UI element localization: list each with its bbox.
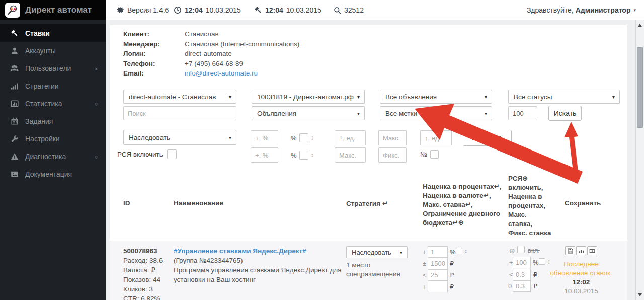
- bar-chart-icon: [579, 248, 584, 254]
- row-rsya-checkbox[interactable]: [517, 246, 525, 253]
- top-header: ДА Директ автомат Версия 1.4.6 12:04 10.…: [0, 0, 644, 20]
- bulk-pm-units-input[interactable]: [335, 130, 366, 145]
- bulk-up-units-input[interactable]: [420, 130, 452, 145]
- search-button[interactable]: Искать: [548, 106, 582, 121]
- scroll-down-arrow-icon[interactable]: [638, 293, 642, 296]
- sidebar-item-accounts[interactable]: Аккаунты: [0, 42, 106, 59]
- scroll-up-arrow-icon[interactable]: [638, 24, 642, 27]
- col-header-markup: Наценка в процентах↵, Наценка в валюте↵,…: [423, 182, 513, 228]
- email-label: Email:: [123, 68, 185, 79]
- ads-filter-select[interactable]: Все объявления▾: [380, 90, 492, 104]
- col-header-save: Сохранить: [565, 199, 601, 207]
- row-strategy-select[interactable]: Наследовать▾: [346, 246, 408, 258]
- bulk-percent-checkbox[interactable]: [299, 133, 308, 142]
- bulk-plus-percent-input[interactable]: [251, 130, 278, 145]
- row-clicks: Кликов: 3: [123, 284, 163, 294]
- bulk-percent-group: % ↕: [291, 130, 314, 145]
- floppy-icon: [568, 248, 573, 254]
- row-id-cell: 500078963 Расход: 38.6 Валюта: ₽ Показов…: [123, 246, 163, 300]
- number-checkbox[interactable]: [430, 150, 439, 159]
- rsya-max-input[interactable]: [513, 269, 531, 280]
- labels-select[interactable]: Все метки▾: [380, 106, 492, 120]
- bid-raise-input[interactable]: [428, 281, 448, 292]
- bid-prefix: 0: [508, 282, 512, 290]
- gavel-icon: [10, 29, 19, 37]
- version-label: Версия 1.4.6: [127, 6, 169, 14]
- login-value: direct-automate: [185, 50, 232, 57]
- clock-icon: [174, 6, 182, 14]
- bid-percent-checkbox[interactable]: [456, 248, 462, 254]
- sidebar-item-label: Ставки: [25, 29, 50, 37]
- sidebar-nav: Ставки Аккаунты Пользователи » Стратегии…: [0, 20, 106, 300]
- percent-label: %: [291, 134, 297, 142]
- bid-max-input[interactable]: [428, 269, 448, 281]
- campaign-select[interactable]: 10031819 - Директ-автомат.рф▾: [252, 90, 365, 104]
- app-logo[interactable]: ДА Директ автомат: [0, 0, 106, 20]
- client-info: Клиент:Станислав Менеджер:Станислав (Int…: [123, 29, 299, 79]
- campaign-link[interactable]: #Управление ставками Яндекс.Директ#: [174, 247, 306, 255]
- status-select[interactable]: Все статусы▾: [508, 90, 620, 104]
- warning-icon: [10, 152, 19, 161]
- chevron-expand-icon: »: [94, 155, 100, 157]
- server-time: 12:04: [185, 6, 203, 14]
- last-update-date: 10.03.2015: [546, 287, 616, 296]
- bulk-max-input[interactable]: [378, 130, 407, 145]
- app-root: ДА Директ автомат Версия 1.4.6 12:04 10.…: [0, 0, 644, 300]
- signal-bars-icon: [10, 82, 19, 90]
- bid-percent-input[interactable]: [428, 246, 448, 258]
- search-input[interactable]: [123, 106, 236, 120]
- bid-prefix: ↑: [423, 283, 426, 290]
- row-impressions: Показов: 44: [123, 275, 163, 284]
- sidebar-item-tasks[interactable]: Задания: [0, 112, 106, 130]
- sidebar-item-strategies[interactable]: Стратегии: [0, 77, 106, 95]
- bid-prefix: <: [423, 271, 427, 279]
- vertical-scrollbar[interactable]: [635, 20, 644, 300]
- bulk-update-button[interactable]: Обновить: [463, 130, 512, 146]
- ruble-suffix: ₽: [450, 271, 454, 279]
- row-ctr: CTR: 6.82%: [123, 294, 163, 300]
- row-money-button[interactable]: [587, 246, 597, 255]
- rsya-enable-checkbox[interactable]: [167, 149, 177, 159]
- rsya-fix-input[interactable]: [513, 280, 531, 292]
- row-currency: Валюта: ₽: [123, 265, 163, 275]
- save-row-button[interactable]: [565, 246, 575, 255]
- bulk-strategy-select[interactable]: Наследовать▾: [123, 130, 236, 145]
- row-spend: Расход: 38.6: [123, 256, 163, 265]
- sidebar-item-statistics[interactable]: Статистика »: [0, 95, 106, 112]
- sidebar-item-label: Настройки: [25, 135, 60, 143]
- wrench-icon: [10, 134, 19, 143]
- caret-down-icon: ▾: [612, 94, 615, 100]
- sidebar-item-bids[interactable]: Ставки: [0, 24, 106, 42]
- bids-update-time-indicator: 12:04 10.03.2015: [254, 0, 321, 20]
- bulk-fix-input[interactable]: [378, 147, 407, 163]
- bulk-rsya-percent-group: % ↕: [291, 147, 314, 163]
- limit-input[interactable]: [508, 106, 537, 120]
- bulk-rsya-percent-checkbox[interactable]: [299, 151, 308, 160]
- entity-type-select[interactable]: Объявления▾: [252, 106, 365, 120]
- sidebar-item-label: Статистика: [25, 100, 62, 108]
- rsya-percent-input[interactable]: [513, 257, 531, 268]
- magnifier-logo-icon: ДА: [5, 3, 20, 18]
- sidebar-item-settings[interactable]: Настройки: [0, 130, 106, 147]
- sidebar-item-documentation[interactable]: Документация: [0, 165, 106, 183]
- app-title: Директ автомат: [25, 5, 92, 15]
- server-date: 10.03.2015: [206, 6, 241, 14]
- search-icon: [334, 7, 341, 14]
- scrollbar-thumb[interactable]: [637, 47, 643, 128]
- row-statistics-button[interactable]: [576, 246, 586, 255]
- rsya-percent-checkbox[interactable]: [539, 258, 545, 265]
- client-label: Клиент:: [123, 29, 185, 39]
- email-link[interactable]: info@direct-automate.ru: [185, 69, 258, 77]
- bulk-rsya-plus-percent-input[interactable]: [251, 147, 278, 163]
- account-select[interactable]: direct-automate - Станислав▾: [123, 90, 236, 104]
- manager-value: Станислав (Internet-communications): [185, 40, 299, 48]
- calendar-icon: [10, 117, 19, 125]
- row-description: Программа управления ставками Яндекс.Дир…: [174, 265, 350, 284]
- sidebar-item-label: Задания: [25, 117, 53, 125]
- sidebar-item-diagnostics[interactable]: Диагностика »: [0, 147, 106, 165]
- bid-budget-input[interactable]: [428, 258, 448, 269]
- bulk-rsya-max-input[interactable]: [335, 147, 366, 163]
- user-menu[interactable]: Здравствуйте, Администратор ▾: [527, 0, 636, 20]
- sidebar-item-users[interactable]: Пользователи »: [0, 59, 106, 77]
- caret-down-icon: ▾: [485, 111, 487, 116]
